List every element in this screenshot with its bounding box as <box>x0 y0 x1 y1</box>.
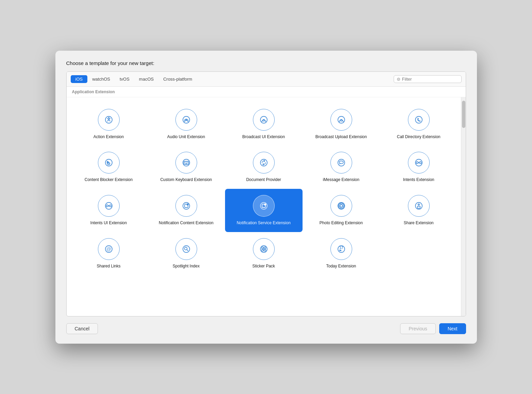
tab-tvos[interactable]: tvOS <box>115 75 134 83</box>
item-intents-ext[interactable]: Intents Extension <box>380 146 458 189</box>
template-grid: Action Extension Audio Unit Ex <box>67 103 461 275</box>
item-spotlight-index[interactable]: Spotlight Index <box>148 232 225 275</box>
item-audio-unit-ext[interactable]: Audio Unit Extension <box>148 103 225 146</box>
svg-point-37 <box>339 207 341 208</box>
section-header: Application Extension <box>67 87 466 97</box>
filter-input[interactable] <box>402 77 459 82</box>
intents-ext-label: Intents Extension <box>403 177 434 183</box>
svg-point-29 <box>338 202 345 209</box>
spotlight-index-icon <box>175 238 197 260</box>
item-document-provider[interactable]: Document Provider <box>225 146 303 189</box>
tab-macos[interactable]: macOS <box>134 75 158 83</box>
svg-point-8 <box>415 116 422 123</box>
audio-unit-ext-label: Audio Unit Extension <box>167 134 205 140</box>
item-broadcast-ui-ext[interactable]: Broadcast UI Extension <box>225 103 303 146</box>
item-intents-ui-ext[interactable]: Intents UI Extension <box>70 189 148 232</box>
svg-point-45 <box>260 246 267 252</box>
svg-rect-46 <box>262 247 263 249</box>
item-broadcast-upload-ext[interactable]: Broadcast Upload Extension <box>303 103 380 146</box>
svg-point-42 <box>183 246 190 252</box>
item-content-blocker-ext[interactable]: Content Blocker Extension <box>70 146 148 189</box>
item-share-ext[interactable]: Share Extension <box>380 189 458 232</box>
sticker-pack-label: Sticker Pack <box>252 263 275 269</box>
scrollbar-track[interactable] <box>461 97 466 316</box>
intents-ext-icon <box>408 152 430 174</box>
content-blocker-ext-icon <box>98 152 120 174</box>
svg-point-25 <box>187 203 189 206</box>
svg-point-3 <box>186 119 187 120</box>
notification-service-ext-icon <box>253 195 275 217</box>
item-sticker-pack[interactable]: Sticker Pack <box>225 232 303 275</box>
share-ext-icon <box>408 195 430 217</box>
today-ext-icon: 17 <box>330 238 352 260</box>
svg-point-36 <box>342 203 343 205</box>
svg-point-19 <box>260 159 267 166</box>
intents-ui-ext-label: Intents UI Extension <box>90 220 127 226</box>
spotlight-index-label: Spotlight Index <box>173 263 200 269</box>
document-provider-label: Document Provider <box>246 177 281 183</box>
filter-icon: ⊜ <box>397 77 400 82</box>
svg-rect-49 <box>264 249 266 251</box>
svg-rect-47 <box>264 247 266 249</box>
broadcast-ui-ext-icon <box>253 109 275 131</box>
scrollbar-thumb[interactable] <box>462 101 465 128</box>
grid-scroll: Action Extension Audio Unit Ex <box>67 97 461 316</box>
svg-point-5 <box>263 120 264 121</box>
custom-keyboard-ext-icon <box>175 152 197 174</box>
tab-watchos[interactable]: watchOS <box>87 75 115 83</box>
intents-ui-ext-icon <box>98 195 120 217</box>
photo-editing-ext-icon <box>330 195 352 217</box>
shared-links-icon: @ <box>98 238 120 260</box>
imessage-ext-icon <box>330 152 352 174</box>
broadcast-ui-ext-label: Broadcast UI Extension <box>242 134 285 140</box>
call-directory-ext-label: Call Directory Extension <box>397 134 440 140</box>
item-notification-service-ext[interactable]: Notification Service Extension <box>225 189 303 232</box>
sticker-pack-icon <box>253 238 275 260</box>
svg-point-28 <box>264 203 266 206</box>
next-button[interactable]: Next <box>439 323 466 334</box>
tab-bar: iOS watchOS tvOS macOS Cross-platform ⊜ <box>67 72 466 87</box>
imessage-ext-label: iMessage Extension <box>323 177 359 183</box>
svg-point-20 <box>338 159 345 166</box>
broadcast-upload-ext-label: Broadcast Upload Extension <box>315 134 367 140</box>
tab-ios[interactable]: iOS <box>71 75 88 83</box>
call-directory-ext-icon <box>408 109 430 131</box>
svg-point-34 <box>339 203 341 205</box>
grid-scroll-container: Action Extension Audio Unit Ex <box>67 97 466 316</box>
dialog-buttons: Cancel Previous Next <box>66 323 466 334</box>
shared-links-label: Shared Links <box>97 263 120 269</box>
item-call-directory-ext[interactable]: Call Directory Extension <box>380 103 458 146</box>
target-template-dialog: Choose a template for your new target: i… <box>55 51 477 344</box>
notification-content-ext-icon <box>175 195 197 217</box>
svg-point-35 <box>342 207 343 208</box>
dialog-title: Choose a template for your new target: <box>66 60 466 66</box>
previous-button[interactable]: Previous <box>400 323 435 334</box>
svg-text:@: @ <box>106 246 111 252</box>
item-action-ext[interactable]: Action Extension <box>70 103 148 146</box>
notification-content-ext-label: Notification Content Extension <box>159 220 213 226</box>
action-ext-icon <box>98 109 120 131</box>
item-today-ext[interactable]: 17 Today Extension <box>303 232 380 275</box>
notification-service-ext-label: Notification Service Extension <box>237 220 291 226</box>
svg-rect-39 <box>417 206 420 208</box>
action-ext-label: Action Extension <box>93 134 124 140</box>
svg-text:17: 17 <box>339 246 343 250</box>
item-photo-editing-ext[interactable]: Photo Editing Extension <box>303 189 380 232</box>
photo-editing-ext-label: Photo Editing Extension <box>320 220 363 226</box>
svg-point-7 <box>341 120 342 121</box>
cancel-button[interactable]: Cancel <box>66 323 98 334</box>
content-blocker-ext-label: Content Blocker Extension <box>85 177 133 183</box>
item-notification-content-ext[interactable]: Notification Content Extension <box>148 189 225 232</box>
broadcast-upload-ext-icon <box>330 109 352 131</box>
document-provider-icon <box>253 152 275 174</box>
today-ext-label: Today Extension <box>326 263 356 269</box>
svg-rect-48 <box>262 249 263 251</box>
tab-crossplatform[interactable]: Cross-platform <box>158 75 197 83</box>
item-shared-links[interactable]: @ Shared Links <box>70 232 148 275</box>
custom-keyboard-ext-label: Custom Keyboard Extension <box>160 177 212 183</box>
item-custom-keyboard-ext[interactable]: Custom Keyboard Extension <box>148 146 225 189</box>
svg-point-26 <box>260 202 267 209</box>
svg-point-23 <box>183 202 190 209</box>
item-imessage-ext[interactable]: iMessage Extension <box>303 146 380 189</box>
filter-box: ⊜ <box>394 75 462 83</box>
